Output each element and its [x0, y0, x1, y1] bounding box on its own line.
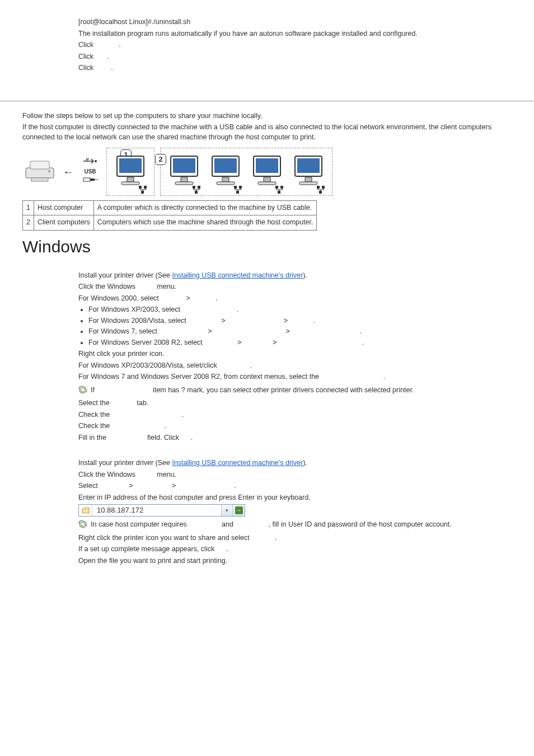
dot: . — [107, 53, 109, 60]
svg-rect-18 — [175, 182, 193, 185]
chevron-down-icon: ▾ — [226, 507, 228, 514]
svg-rect-21 — [195, 191, 198, 194]
network-icon — [316, 185, 325, 194]
svg-rect-39 — [299, 182, 317, 185]
svg-rect-9 — [119, 158, 142, 173]
svg-rect-28 — [236, 191, 239, 194]
windows-heading: Windows — [22, 235, 534, 259]
clients-group: 2 — [160, 148, 332, 196]
svg-rect-40 — [317, 186, 320, 189]
svg-rect-16 — [173, 158, 195, 173]
svg-rect-12 — [139, 186, 142, 189]
install-driver-link[interactable]: Installing USB connected machine's drive… — [172, 271, 303, 279]
address-bar[interactable]: 10.88.187.172 ▾ → — [78, 504, 245, 516]
usb-label: USB — [79, 158, 101, 185]
step-win2000: For Windows 2000, select > . — [78, 294, 523, 304]
svg-rect-19 — [193, 186, 195, 189]
step-click-start-2: Click the Windows menu. — [78, 470, 523, 480]
divider — [0, 101, 534, 101]
address-bar-row: 10.88.187.172 ▾ → — [78, 504, 523, 516]
click-line-2: Click . — [78, 52, 523, 62]
dropdown-button[interactable]: ▾ — [221, 505, 232, 516]
cell-desc: Computers which use the machine shared t… — [93, 215, 317, 231]
arrow-left-icon: ← — [63, 164, 74, 180]
cell-desc: A computer which is directly connected t… — [93, 200, 317, 215]
click-line-1: Click . — [78, 40, 523, 50]
svg-rect-35 — [278, 191, 280, 194]
table-row: 1 Host computer A computer which is dire… — [23, 200, 317, 215]
step-click-start: Click the Windows menu. — [78, 282, 523, 292]
text: ). — [303, 459, 307, 467]
client-monitor — [293, 155, 324, 193]
step-select-click: For Windows XP/2003/2008/Vista, selet/cl… — [78, 361, 523, 371]
note-icon — [78, 386, 87, 395]
step-fill-field: Fill in the field. Click . — [78, 433, 523, 443]
network-icon — [138, 185, 147, 194]
note-text: In case host computer requires and , fil… — [91, 520, 452, 528]
dot: . — [119, 41, 120, 49]
cell-num: 2 — [23, 215, 34, 231]
step-select-tab: Select the tab. — [78, 398, 523, 408]
step-open-file: Open the file you want to print and star… — [78, 556, 523, 566]
svg-rect-5 — [83, 178, 90, 181]
network-icon — [275, 185, 284, 194]
client-monitor — [210, 155, 241, 193]
list-item: For Windows 7, select > > . — [88, 327, 523, 337]
client-setup-block: Install your printer driver (See Install… — [0, 458, 534, 566]
svg-rect-25 — [217, 182, 235, 185]
svg-rect-38 — [305, 177, 312, 182]
svg-rect-31 — [264, 177, 270, 182]
client-monitor — [251, 155, 283, 193]
svg-rect-26 — [234, 186, 237, 189]
svg-rect-13 — [144, 186, 147, 189]
text: Install your printer driver (See — [78, 271, 172, 279]
step-select-path: Select > > . — [78, 481, 523, 491]
svg-rect-17 — [181, 177, 188, 182]
svg-rect-11 — [121, 182, 139, 185]
svg-rect-20 — [198, 186, 200, 189]
badge-2: 2 — [155, 154, 166, 165]
svg-rect-32 — [258, 182, 276, 185]
text: ). — [303, 271, 307, 279]
text: Install your printer driver (See — [78, 459, 172, 467]
step-install-driver-2: Install your printer driver (See Install… — [78, 458, 523, 468]
os-variants-list: For Windows XP/2003, select . For Window… — [88, 305, 523, 348]
client-monitor — [168, 155, 200, 193]
list-item: For Windows Server 2008 R2, select > > . — [88, 338, 523, 348]
svg-rect-41 — [322, 186, 325, 189]
intro-line-2: If the host computer is directly connect… — [22, 123, 523, 142]
svg-rect-30 — [256, 158, 278, 173]
uninstall-section: [root@localhost Linux]#./uninstall.sh Th… — [0, 17, 534, 73]
step-install-driver: Install your printer driver (See Install… — [78, 271, 523, 281]
step-check-1: Check the . — [78, 410, 523, 420]
svg-rect-2 — [31, 178, 48, 181]
step-setup-complete: If a set up complete message appears, cl… — [78, 544, 523, 555]
svg-rect-42 — [319, 191, 322, 194]
svg-rect-6 — [90, 179, 95, 181]
definition-table: 1 Host computer A computer which is dire… — [22, 200, 317, 231]
address-input[interactable]: 10.88.187.172 — [92, 505, 221, 516]
usb-plug-icon — [82, 177, 98, 182]
cell-term: Client computers — [34, 215, 93, 231]
step-right-click: Right click your printer icon. — [78, 349, 523, 359]
autorun-text: The installation program runs automatica… — [78, 29, 523, 39]
cmd-line: [root@localhost Linux]#./uninstall.sh — [78, 17, 523, 27]
note-icon — [78, 520, 87, 529]
click-label: Click — [78, 64, 93, 72]
svg-point-3 — [48, 170, 50, 172]
click-line-3: Click . — [78, 63, 523, 73]
usb-text: USB — [79, 168, 101, 176]
install-driver-link[interactable]: Installing USB connected machine's drive… — [172, 459, 303, 467]
note-credentials: In case host computer requires and , fil… — [78, 520, 523, 530]
go-button[interactable]: → — [232, 505, 245, 516]
share-diagram: ← USB 1 — [22, 148, 534, 196]
step-check-2: Check the . — [78, 421, 523, 431]
svg-point-4 — [95, 160, 97, 162]
svg-rect-24 — [222, 177, 229, 182]
folder-icon — [79, 505, 92, 516]
note-text: If item has ? mark, you can select other… — [91, 386, 414, 394]
svg-rect-34 — [280, 186, 283, 189]
go-arrow-icon: → — [235, 506, 243, 514]
svg-rect-27 — [239, 186, 242, 189]
list-item: For Windows XP/2003, select . — [88, 305, 523, 315]
